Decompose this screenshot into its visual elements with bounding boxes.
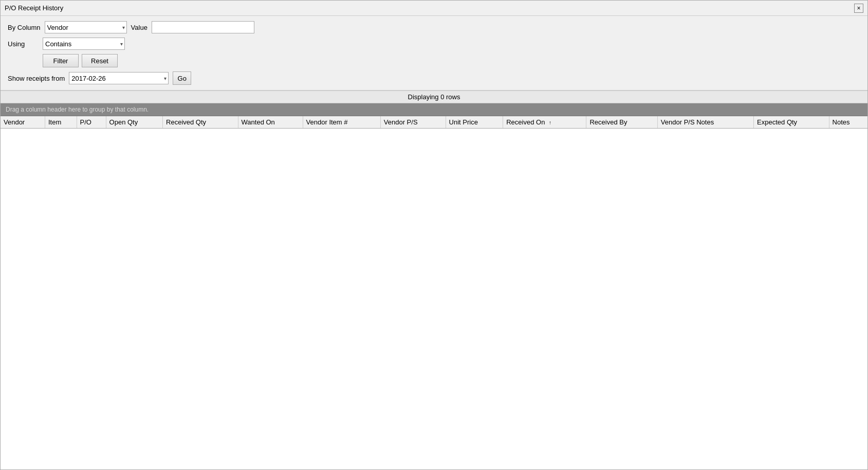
status-bar: Displaying 0 rows xyxy=(1,91,867,103)
data-table: Vendor Item P/O Open Qty Received Qty xyxy=(1,116,867,129)
using-label: Using xyxy=(8,40,39,48)
col-header-item[interactable]: Item xyxy=(45,116,77,129)
col-header-notes[interactable]: Notes xyxy=(829,116,867,129)
by-column-label: By Column xyxy=(8,24,41,31)
close-button[interactable]: × xyxy=(854,4,863,13)
col-header-unit-price[interactable]: Unit Price xyxy=(446,116,503,129)
value-label: Value xyxy=(131,24,147,31)
using-select[interactable]: Contains Equals Starts With Ends With xyxy=(43,38,125,50)
col-header-vendor[interactable]: Vendor xyxy=(1,116,45,129)
col-header-received-by[interactable]: Received By xyxy=(586,116,657,129)
col-header-open-qty[interactable]: Open Qty xyxy=(106,116,162,129)
by-column-select-wrapper: Vendor Item P/O Open Qty Received Qty Wa… xyxy=(45,21,127,33)
col-header-vendor-ps[interactable]: Vendor P/S xyxy=(380,116,446,129)
toolbar: By Column Vendor Item P/O Open Qty Recei… xyxy=(1,16,867,91)
filter-button[interactable]: Filter xyxy=(43,54,79,67)
window-title: P/O Receipt History xyxy=(5,4,63,12)
receipts-row: Show receipts from Go xyxy=(8,71,860,85)
reset-button[interactable]: Reset xyxy=(82,54,118,67)
value-input[interactable] xyxy=(152,21,254,33)
sort-icon: ↑ xyxy=(549,120,551,125)
go-button[interactable]: Go xyxy=(173,71,191,85)
col-header-expected-qty[interactable]: Expected Qty xyxy=(754,116,829,129)
receipts-label: Show receipts from xyxy=(8,75,65,82)
group-header: Drag a column header here to group by th… xyxy=(1,103,867,116)
col-header-vendor-item[interactable]: Vendor Item # xyxy=(303,116,380,129)
col-header-po[interactable]: P/O xyxy=(77,116,106,129)
by-column-row: By Column Vendor Item P/O Open Qty Recei… xyxy=(8,21,860,33)
buttons-row: Filter Reset xyxy=(8,54,860,67)
col-header-received-on[interactable]: Received On ↑ xyxy=(503,116,586,129)
date-select-wrapper xyxy=(69,72,169,84)
date-input[interactable] xyxy=(69,72,169,84)
col-header-received-qty[interactable]: Received Qty xyxy=(163,116,238,129)
status-text: Displaying 0 rows xyxy=(408,93,460,101)
by-column-select[interactable]: Vendor Item P/O Open Qty Received Qty Wa… xyxy=(45,21,127,33)
col-header-wanted-on[interactable]: Wanted On xyxy=(238,116,303,129)
group-header-text: Drag a column header here to group by th… xyxy=(6,106,149,113)
table-header-row: Vendor Item P/O Open Qty Received Qty xyxy=(1,116,867,129)
using-select-wrapper: Contains Equals Starts With Ends With xyxy=(43,38,125,50)
table-container[interactable]: Vendor Item P/O Open Qty Received Qty xyxy=(1,116,867,469)
using-row: Using Contains Equals Starts With Ends W… xyxy=(8,38,860,50)
title-bar: P/O Receipt History × xyxy=(1,1,867,16)
col-header-vendor-ps-notes[interactable]: Vendor P/S Notes xyxy=(657,116,753,129)
main-window: P/O Receipt History × By Column Vendor I… xyxy=(0,0,868,470)
